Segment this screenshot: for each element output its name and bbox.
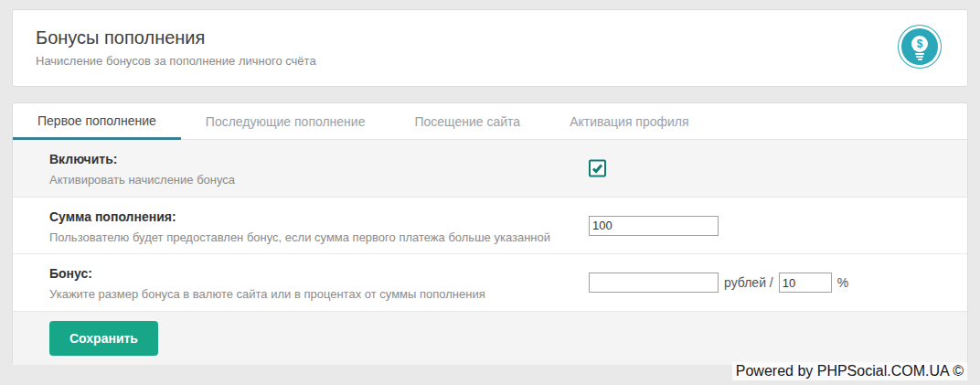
checkmark-icon (591, 163, 603, 175)
tab-profile-activation[interactable]: Активация профиля (545, 103, 713, 139)
page: { "header": { "title": "Бонусы пополнени… (0, 0, 980, 385)
page-title: Бонусы пополнения (36, 26, 945, 49)
enable-checkbox[interactable] (589, 160, 606, 177)
lightbulb-dollar-icon-inner: $ (901, 28, 938, 65)
tab-first-topup[interactable]: Первое пополнение (13, 103, 181, 140)
rubles-separator-label: рублей / (724, 275, 773, 290)
bonus-amount-input[interactable] (589, 273, 719, 293)
enable-row: Включить: Активировать начисление бонуса (13, 140, 967, 198)
percent-label: % (837, 275, 848, 290)
header-card: Бонусы пополнения Начисление бонусов за … (12, 9, 968, 87)
tab-bar: Первое пополнение Последующие пополнение… (13, 103, 967, 140)
bonus-percent-input[interactable] (779, 273, 832, 293)
topup-amount-row: Сумма пополнения: Пользователю будет пре… (13, 198, 967, 254)
dollar-sign-icon: $ (911, 36, 928, 52)
bulb-base-icon (915, 53, 924, 60)
topup-amount-input[interactable] (589, 216, 719, 236)
page-subtitle: Начисление бонусов за пополнение личного… (36, 54, 945, 68)
topup-amount-description: Пользователю будет предоставлен бонус, е… (49, 230, 944, 244)
powered-by-credit: Powered by PHPSocial.COM.UA © (732, 362, 967, 380)
button-row: Сохранить (13, 312, 967, 365)
enable-label: Включить: (49, 152, 944, 166)
settings-panel: Первое пополнение Последующие пополнение… (12, 102, 968, 365)
lightbulb-dollar-icon: $ (899, 26, 941, 68)
topup-amount-label: Сумма пополнения: (49, 209, 944, 224)
enable-description: Активировать начисление бонуса (49, 173, 944, 187)
bonus-row: Бонус: Укажите размер бонуса в валюте са… (13, 254, 967, 312)
tab-subsequent-topup[interactable]: Последующие пополнение (181, 103, 390, 139)
tab-site-visit[interactable]: Посещение сайта (389, 103, 545, 139)
save-button[interactable]: Сохранить (49, 321, 158, 356)
